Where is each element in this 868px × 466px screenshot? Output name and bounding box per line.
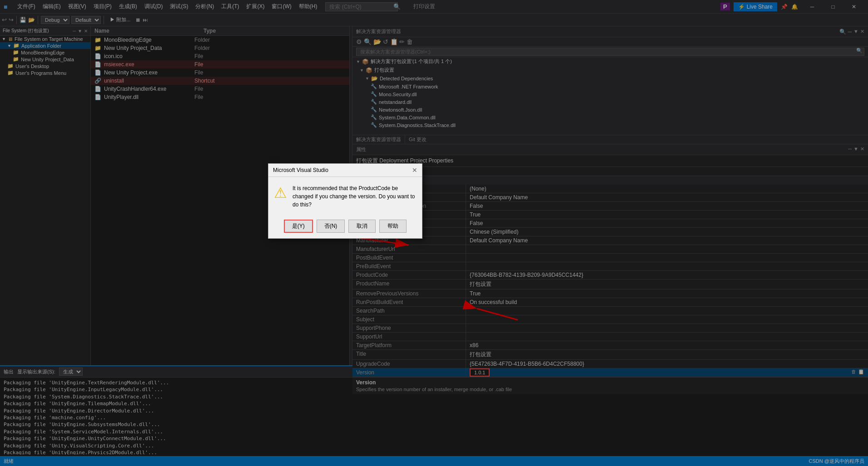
dialog-title-text: Microsoft Visual Studio (273, 167, 328, 173)
dialog-cancel-button[interactable]: 取消 (348, 220, 376, 233)
dialog-close-button[interactable]: ✕ (412, 167, 417, 174)
dialog-yes-button[interactable]: 是(Y) (284, 220, 313, 233)
dialog-help-button[interactable]: 帮助 (379, 220, 407, 233)
dialog-no-button[interactable]: 否(N) (317, 220, 345, 233)
dialog-overlay: Microsoft Visual Studio ✕ ⚠ It is recomm… (0, 0, 868, 466)
dialog-body: ⚠ It is recommended that the ProductCode… (268, 177, 422, 216)
dialog-buttons: 是(Y) 否(N) 取消 帮助 (268, 216, 422, 238)
dialog-message: It is recommended that the ProductCode b… (293, 184, 417, 209)
warning-icon: ⚠ (274, 184, 287, 201)
dialog-title-bar: Microsoft Visual Studio ✕ (268, 164, 422, 177)
dialog: Microsoft Visual Studio ✕ ⚠ It is recomm… (268, 163, 422, 239)
